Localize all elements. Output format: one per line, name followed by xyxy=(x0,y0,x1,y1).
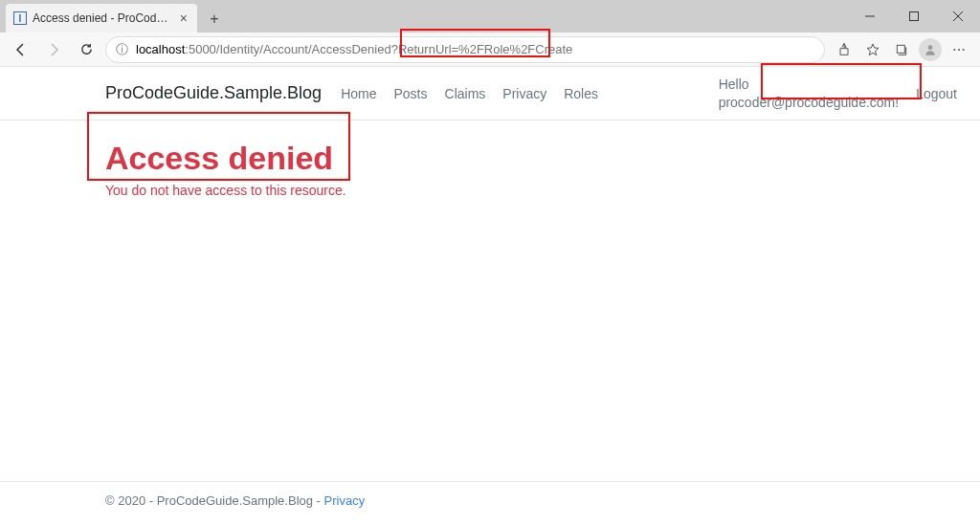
browser-tab[interactable]: I Access denied - ProCodeGuide.S × xyxy=(6,4,197,33)
minimize-button[interactable] xyxy=(848,0,892,33)
nav-links: Home Posts Claims Privacy Roles xyxy=(341,86,598,101)
nav-privacy[interactable]: Privacy xyxy=(502,86,546,101)
access-denied-message: You do not have access to this resource. xyxy=(105,183,875,198)
nav-posts[interactable]: Posts xyxy=(394,86,428,101)
nav-roles[interactable]: Roles xyxy=(564,86,598,101)
nav-claims[interactable]: Claims xyxy=(445,86,486,101)
greeting-line2: procoder@procodeguide.com! xyxy=(719,95,900,110)
brand-title[interactable]: ProCodeGuide.Sample.Blog xyxy=(105,83,322,103)
tab-title: Access denied - ProCodeGuide.S xyxy=(33,11,172,25)
address-bar[interactable]: ⓘ localhost:5000/Identity/Account/Access… xyxy=(105,36,825,63)
access-denied-title: Access denied xyxy=(105,140,875,177)
profile-button[interactable] xyxy=(917,36,944,63)
more-options-button[interactable] xyxy=(946,36,972,63)
svg-point-7 xyxy=(958,49,960,51)
maximize-button[interactable] xyxy=(892,0,936,33)
browser-tab-strip: I Access denied - ProCodeGuide.S × + xyxy=(0,0,980,33)
url-path: :5000/Identity/Account/AccessDenied?Retu… xyxy=(185,42,572,56)
refresh-button[interactable] xyxy=(73,36,100,63)
site-info-icon[interactable]: ⓘ xyxy=(116,41,128,58)
page-content: Access denied You do not have access to … xyxy=(0,120,980,481)
svg-rect-4 xyxy=(897,45,904,53)
footer-copyright: © 2020 - ProCodeGuide.Sample.Blog - xyxy=(105,493,324,508)
avatar-icon xyxy=(919,38,942,61)
nav-home[interactable]: Home xyxy=(341,86,376,101)
forward-button[interactable] xyxy=(40,36,67,63)
user-greeting[interactable]: Hello procoder@procodeguide.com! xyxy=(719,76,900,110)
back-button[interactable] xyxy=(8,36,34,63)
greeting-line1: Hello xyxy=(719,77,749,92)
read-aloud-icon[interactable] xyxy=(831,36,858,63)
new-tab-button[interactable]: + xyxy=(201,6,228,33)
collections-icon[interactable] xyxy=(888,36,915,63)
favorites-icon[interactable] xyxy=(859,36,886,63)
close-tab-icon[interactable]: × xyxy=(178,11,189,26)
page-viewport: ProCodeGuide.Sample.Blog Home Posts Clai… xyxy=(0,67,980,525)
browser-toolbar: ⓘ localhost:5000/Identity/Account/Access… xyxy=(0,33,980,67)
site-header: ProCodeGuide.Sample.Blog Home Posts Clai… xyxy=(0,67,980,120)
header-right: Hello procoder@procodeguide.com! Logout xyxy=(719,76,957,110)
url-host: localhost xyxy=(136,42,185,56)
close-window-button[interactable] xyxy=(936,0,980,33)
tab-favicon-icon: I xyxy=(13,11,27,25)
svg-point-6 xyxy=(953,49,955,51)
site-footer: © 2020 - ProCodeGuide.Sample.Blog - Priv… xyxy=(0,481,980,525)
footer-privacy-link[interactable]: Privacy xyxy=(324,493,366,508)
logout-link[interactable]: Logout xyxy=(916,86,957,101)
svg-rect-1 xyxy=(910,12,919,21)
svg-point-8 xyxy=(963,49,965,51)
url-text: localhost:5000/Identity/Account/AccessDe… xyxy=(136,42,572,56)
svg-point-5 xyxy=(928,45,933,50)
window-controls xyxy=(848,0,980,33)
